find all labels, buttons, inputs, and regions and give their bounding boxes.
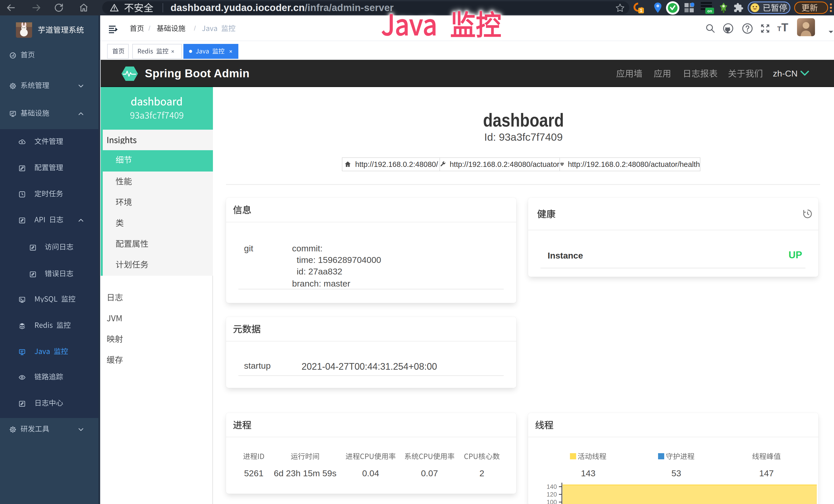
svg-text:1: 1 (640, 8, 642, 13)
svg-text:on: on (707, 9, 712, 13)
